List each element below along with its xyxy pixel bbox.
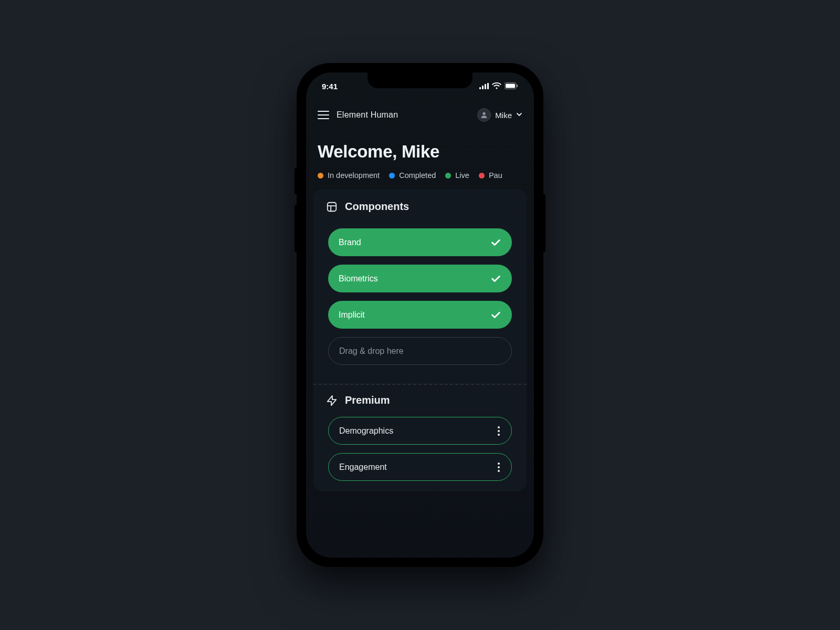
avatar-icon (477, 108, 491, 122)
drop-label: Drag & drop here (339, 346, 404, 356)
bolt-icon (326, 395, 338, 406)
premium-item-label: Demographics (339, 426, 393, 436)
premium-header: Premium (323, 394, 517, 410)
components-title: Components (345, 201, 409, 213)
more-icon[interactable] (498, 463, 501, 472)
svg-rect-3 (487, 83, 489, 89)
welcome-heading: Welcome, Mike (306, 130, 534, 165)
premium-title: Premium (345, 394, 390, 406)
status-legend: In development Completed Live Pau (306, 165, 534, 189)
section-divider (313, 384, 527, 385)
dot-icon (445, 173, 451, 178)
dot-icon (389, 173, 395, 178)
legend-label: In development (328, 171, 380, 180)
legend-paused[interactable]: Pau (479, 171, 502, 180)
check-icon (490, 273, 501, 285)
component-label: Brand (339, 238, 361, 247)
svg-rect-6 (517, 85, 518, 87)
components-header: Components (323, 201, 517, 216)
component-label: Biometrics (339, 274, 378, 284)
component-biometrics[interactable]: Biometrics (328, 265, 512, 292)
screen: 9:41 (306, 72, 534, 558)
component-label: Implicit (339, 310, 365, 320)
legend-label: Pau (489, 171, 502, 180)
legend-label: Completed (399, 171, 436, 180)
drop-zone[interactable]: Drag & drop here (328, 337, 512, 365)
phone-frame: 9:41 (297, 63, 543, 567)
premium-demographics[interactable]: Demographics (328, 417, 512, 445)
phone-side-button (543, 194, 545, 252)
svg-marker-11 (328, 395, 337, 405)
battery-icon (505, 82, 518, 91)
legend-label: Live (455, 171, 469, 180)
nav-bar: Element Human Mike (306, 100, 534, 130)
check-icon (490, 309, 501, 321)
component-implicit[interactable]: Implicit (328, 301, 512, 329)
legend-live[interactable]: Live (445, 171, 469, 180)
wifi-icon (492, 82, 501, 91)
nav-left: Element Human (318, 110, 398, 120)
layout-icon (326, 201, 338, 213)
status-indicators (479, 82, 518, 91)
svg-rect-1 (482, 86, 484, 89)
legend-in-development[interactable]: In development (318, 171, 380, 180)
menu-icon[interactable] (318, 111, 329, 119)
more-icon[interactable] (498, 426, 501, 436)
premium-list: Demographics Engagement (323, 410, 517, 481)
signal-icon (479, 82, 489, 91)
svg-rect-2 (485, 84, 486, 89)
status-time: 9:41 (322, 82, 338, 91)
app-title: Element Human (337, 110, 398, 120)
phone-notch (368, 72, 472, 88)
dot-icon (479, 173, 485, 178)
svg-rect-8 (328, 202, 337, 211)
user-menu[interactable]: Mike (477, 108, 522, 122)
premium-item-label: Engagement (339, 463, 387, 472)
components-list: Brand Biometrics Implicit (323, 216, 517, 372)
svg-point-7 (483, 112, 486, 115)
components-card: Components Brand Biometrics (313, 189, 527, 491)
chevron-down-icon (516, 110, 522, 120)
svg-rect-5 (506, 83, 515, 88)
check-icon (490, 237, 501, 248)
premium-engagement[interactable]: Engagement (328, 453, 512, 481)
component-brand[interactable]: Brand (328, 228, 512, 256)
stage: 9:41 (0, 0, 840, 630)
dot-icon (318, 173, 323, 178)
legend-completed[interactable]: Completed (389, 171, 436, 180)
user-name: Mike (495, 111, 512, 120)
svg-rect-0 (479, 87, 481, 89)
